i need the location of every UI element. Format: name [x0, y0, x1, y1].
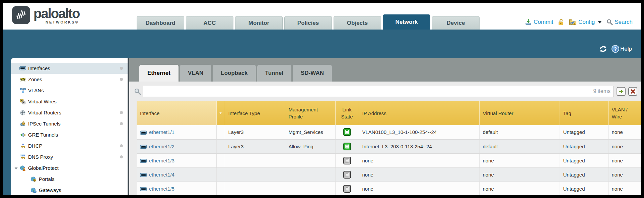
dns-proxy-icon: DNS [19, 154, 26, 160]
main-body: 9 items InterfaceInterface TypeManagemen… [129, 82, 641, 195]
filter-input[interactable] [143, 86, 614, 97]
virtual-router-cell: default [479, 139, 560, 153]
gre-tunnels-icon [19, 132, 26, 138]
sidebar-item-label: Virtual Routers [28, 110, 61, 115]
interfaces-table: InterfaceInterface TypeManagement Profil… [137, 101, 641, 195]
interface-type-cell: Layer3 [225, 125, 285, 139]
link-down-icon [343, 157, 351, 163]
sidebar-item-ipsec-tunnels[interactable]: IPSec Tunnels [11, 118, 128, 129]
subtab-sd-wan[interactable]: SD-WAN [293, 65, 332, 82]
link-down-icon [343, 171, 351, 177]
sort-spacer-cell [216, 167, 225, 182]
search-button[interactable]: Search [606, 19, 633, 26]
tab-dashboard[interactable]: Dashboard [137, 16, 184, 30]
screenshot-frame: paloalto NETWORKS® DashboardACCMonitorPo… [0, 0, 644, 198]
sidebar-item-virtual-routers[interactable]: Virtual Routers [11, 107, 128, 118]
sidebar-item-portals[interactable]: Portals [11, 174, 128, 185]
brand-name: paloalto [33, 6, 79, 21]
top-bar: paloalto NETWORKS® DashboardACCMonitorPo… [3, 3, 641, 30]
interface-link[interactable]: ethernet1/1 [149, 129, 174, 135]
link-state-cell [335, 153, 359, 167]
sidebar-item-virtual-wires[interactable]: Virtual Wires [11, 96, 128, 107]
interface-link[interactable]: ethernet1/3 [149, 158, 174, 163]
interface-link[interactable]: ethernet1/2 [149, 144, 174, 149]
interface-link[interactable]: ethernet1/4 [149, 172, 174, 178]
table-row[interactable]: ethernet1/4nonenoneUntaggednone [137, 167, 641, 182]
col-header-tag[interactable]: Tag [560, 101, 608, 125]
interface-icon [140, 158, 147, 163]
item-dot [120, 78, 123, 81]
interface-link[interactable]: ethernet1/5 [149, 186, 174, 192]
col-header-interface[interactable]: Interface [137, 101, 216, 125]
table-row[interactable]: ethernet1/1Layer3Mgmt_ServicesVLAN0100_L… [137, 125, 641, 139]
tab-objects[interactable]: Objects [334, 16, 381, 30]
apply-filter-button[interactable] [617, 87, 626, 96]
clear-filter-button[interactable] [628, 87, 637, 96]
tab-monitor[interactable]: Monitor [235, 16, 283, 30]
col-header-label: Interface [140, 110, 159, 116]
tag-cell: Untagged [560, 167, 608, 182]
sidebar-item-zones[interactable]: Zones [11, 74, 128, 85]
col-header-management-profile[interactable]: Management Profile [285, 101, 335, 125]
help-button[interactable]: ? Help [612, 45, 632, 53]
sidebar-item-globalprotect[interactable]: GlobalProtect [11, 162, 128, 174]
dhcp-icon: IP [19, 143, 26, 149]
interface-icon [140, 129, 147, 135]
col-header-vlan-wire[interactable]: VLAN / Wire [608, 101, 641, 125]
commit-button[interactable]: Commit [525, 18, 553, 26]
sort-spacer-cell [216, 139, 225, 153]
tab-policies[interactable]: Policies [284, 16, 332, 30]
subtab-tunnel[interactable]: Tunnel [257, 65, 291, 82]
tab-device[interactable]: Device [432, 16, 480, 30]
subtab-ethernet[interactable]: Ethernet [139, 65, 178, 82]
col-header-label: Virtual Router [483, 110, 513, 116]
table-row[interactable]: ethernet1/3nonenoneUntaggednone [137, 153, 641, 167]
primary-nav: DashboardACCMonitorPoliciesObjectsNetwor… [137, 14, 480, 30]
col-header-link-state[interactable]: Link State [335, 101, 359, 125]
refresh-icon[interactable] [599, 45, 607, 53]
filter-bar: 9 items [134, 86, 637, 97]
sidebar-item-vlans[interactable]: VLANs [11, 85, 128, 96]
sidebar-item-label: VLANs [28, 88, 44, 93]
col-header-ip-address[interactable]: IP Address [359, 101, 479, 125]
sidebar-item-dhcp[interactable]: IPDHCP [11, 140, 128, 151]
management-profile-cell [285, 182, 335, 195]
virtual-router-cell: default [479, 125, 560, 139]
tab-acc[interactable]: ACC [186, 16, 233, 30]
portals-icon [30, 177, 37, 182]
item-dot [120, 111, 123, 114]
sort-button[interactable] [216, 101, 225, 125]
subtab-loopback[interactable]: Loopback [213, 65, 256, 82]
sidebar-list: InterfacesZonesVLANsVirtual WiresVirtual… [11, 63, 128, 195]
interface-icon [140, 172, 147, 178]
sort-spacer-cell [216, 153, 225, 167]
expander-icon[interactable] [13, 166, 19, 170]
interface-type-cell [225, 167, 285, 182]
lock-icon[interactable] [558, 18, 564, 26]
interface-icon [140, 186, 147, 192]
tab-network[interactable]: Network [383, 14, 430, 30]
sidebar-item-gateways[interactable]: Gateways [11, 185, 128, 195]
filter-box: 9 items [143, 86, 614, 97]
virtual-router-cell: none [479, 167, 560, 182]
col-header-virtual-router[interactable]: Virtual Router [479, 101, 560, 125]
interface-type-cell [225, 182, 285, 195]
sidebar-item-dns-proxy[interactable]: DNSDNS Proxy [11, 151, 128, 162]
virtual-router-cell: none [479, 182, 560, 195]
col-header-label: Management Profile [289, 107, 318, 119]
item-dot [120, 144, 123, 147]
config-button[interactable]: Config [569, 18, 602, 26]
sidebar-item-gre-tunnels[interactable]: GRE Tunnels [11, 129, 128, 140]
commit-label: Commit [533, 19, 553, 26]
col-header-interface-type[interactable]: Interface Type [225, 101, 285, 125]
subtab-vlan[interactable]: VLAN [180, 65, 211, 82]
vlans-icon [19, 88, 26, 93]
link-state-cell [335, 167, 359, 182]
table-row[interactable]: ethernet1/5nonenoneUntaggednone [137, 182, 641, 195]
table-row[interactable]: ethernet1/2Layer3Allow_PingInternet_L3_2… [137, 139, 641, 153]
tag-cell: Untagged [560, 139, 608, 153]
sidebar: InterfacesZonesVLANsVirtual WiresVirtual… [11, 58, 128, 195]
sidebar-item-interfaces[interactable]: Interfaces [11, 63, 128, 74]
sub-header: ? Help [3, 30, 641, 58]
search-label: Search [615, 19, 633, 26]
